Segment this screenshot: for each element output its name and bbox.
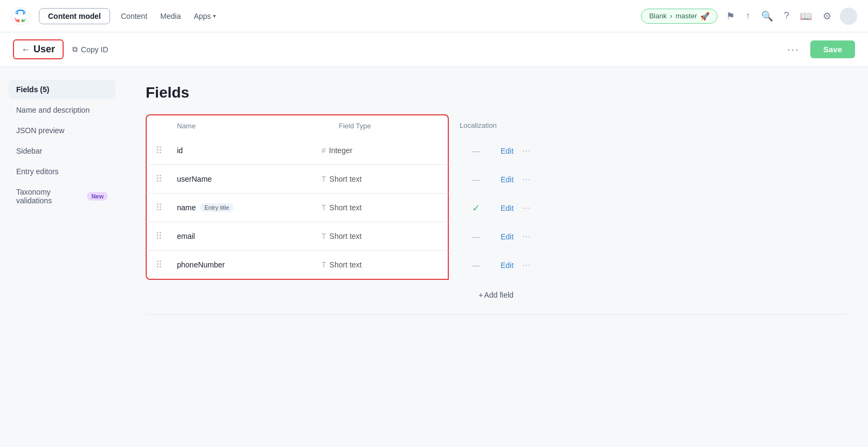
content-nav-item[interactable]: Content [119, 9, 149, 24]
text-icon: T [322, 203, 326, 212]
fields-title: Fields [146, 84, 846, 101]
search-icon[interactable]: 🔍 [759, 8, 775, 24]
content-model-nav-button[interactable]: Content model [39, 8, 110, 24]
table-header-row: Name Field Type Localization [146, 114, 846, 136]
more-options-phone[interactable]: ··· [522, 260, 531, 270]
back-arrow-icon: ← [22, 45, 30, 54]
flag-icon[interactable]: ⚑ [724, 8, 737, 24]
table-row: ⠿ email T Short text — Edit ··· [146, 222, 846, 251]
entry-title-badge: Entry title [200, 203, 234, 212]
localization-dash: — [460, 232, 492, 241]
localization-dash: — [460, 147, 492, 155]
contentful-logo [11, 6, 30, 26]
table-row: ⠿ phoneNumber T Short text — Edit ··· [146, 251, 846, 280]
top-nav: Content model Content Media Apps ▾ Blank… [0, 0, 868, 32]
table-row: ⠿ id # Integer — Edit ··· [146, 136, 846, 165]
add-field-button[interactable]: + Add field [146, 280, 846, 310]
field-name-name: name Entry title [177, 203, 322, 212]
more-options-button[interactable]: ··· [783, 41, 804, 58]
col-header-type: Field Type [339, 122, 439, 130]
field-type-username: T Short text [322, 175, 439, 183]
sidebar-item-fields[interactable]: Fields (5) [9, 80, 115, 99]
sub-header-left: ← User ⧉ Copy ID [13, 39, 113, 59]
save-button[interactable]: Save [810, 40, 855, 58]
field-type-email: T Short text [322, 232, 439, 240]
col-header-localization: Localization [460, 121, 497, 129]
sidebar-item-json-preview[interactable]: JSON preview [9, 121, 115, 140]
field-name-phone: phoneNumber [177, 260, 322, 269]
more-options-username[interactable]: ··· [522, 175, 531, 184]
more-options-id[interactable]: ··· [522, 146, 531, 156]
drag-handle-icon[interactable]: ⠿ [155, 145, 173, 156]
field-type-phone: T Short text [322, 260, 439, 269]
drag-handle-icon[interactable]: ⠿ [155, 230, 173, 242]
more-options-email[interactable]: ··· [522, 232, 531, 242]
copy-id-button[interactable]: ⧉ Copy ID [68, 43, 113, 56]
sub-header: ← User ⧉ Copy ID ··· Save [0, 32, 868, 67]
field-name-id: id [177, 146, 322, 155]
bottom-divider [146, 314, 846, 315]
rocket-icon: 🚀 [700, 12, 709, 20]
edit-button-id[interactable]: Edit [501, 147, 514, 155]
table-row: ⠿ name Entry title T Short text ✓ Edit [146, 194, 846, 222]
localization-dash: — [460, 175, 492, 184]
sidebar-item-taxonomy[interactable]: Taxonomy validations New [9, 182, 115, 210]
field-name-email: email [177, 232, 322, 240]
col-header-name: Name [177, 122, 339, 130]
settings-icon[interactable]: ⚙ [821, 8, 833, 24]
fields-section: Name Field Type Localization ⠿ id # Int [146, 114, 846, 315]
edit-button-name[interactable]: Edit [501, 204, 514, 212]
upload-icon[interactable]: ↑ [743, 8, 753, 24]
edit-button-username[interactable]: Edit [501, 175, 514, 184]
help-icon[interactable]: ? [782, 8, 791, 24]
localization-dash: — [460, 261, 492, 270]
avatar[interactable] [840, 8, 857, 25]
field-name-username: userName [177, 175, 322, 183]
field-type-id: # Integer [322, 146, 439, 155]
sub-header-right: ··· Save [783, 40, 855, 58]
copy-icon: ⧉ [72, 45, 78, 54]
back-button-box[interactable]: ← User [13, 39, 64, 59]
table-row: ⠿ userName T Short text — Edit ··· [146, 165, 846, 194]
new-badge: New [87, 192, 108, 201]
localization-check: ✓ [460, 202, 492, 214]
plus-icon: + [479, 291, 483, 299]
fields-table-area: Name Field Type Localization ⠿ id # Int [146, 114, 846, 315]
environment-badge[interactable]: Blank › master 🚀 [641, 9, 717, 24]
sidebar-item-entry-editors[interactable]: Entry editors [9, 162, 115, 181]
apps-dropdown-icon: ▾ [213, 13, 216, 19]
hash-icon: # [322, 146, 326, 155]
text-icon: T [322, 260, 326, 269]
book-icon[interactable]: 📖 [798, 8, 814, 24]
field-type-name: T Short text [322, 203, 439, 212]
nav-left: Content model Content Media Apps ▾ [11, 6, 218, 26]
sidebar-item-name-description[interactable]: Name and description [9, 100, 115, 120]
text-icon: T [322, 175, 326, 183]
page-title: User [33, 44, 55, 55]
nav-right: Blank › master 🚀 ⚑ ↑ 🔍 ? 📖 ⚙ [641, 8, 857, 25]
sidebar: Fields (5) Name and description JSON pre… [0, 67, 124, 447]
media-nav-item[interactable]: Media [158, 9, 183, 24]
edit-button-phone[interactable]: Edit [501, 261, 514, 270]
drag-handle-icon[interactable]: ⠿ [155, 173, 173, 185]
sidebar-item-sidebar[interactable]: Sidebar [9, 141, 115, 161]
drag-handle-icon[interactable]: ⠿ [155, 202, 173, 214]
edit-button-email[interactable]: Edit [501, 232, 514, 241]
more-options-name[interactable]: ··· [522, 203, 531, 213]
drag-handle-icon[interactable]: ⠿ [155, 259, 173, 271]
apps-nav-item[interactable]: Apps ▾ [192, 9, 218, 24]
main-content: Fields Name Field Type Localization [124, 67, 868, 447]
text-icon: T [322, 232, 326, 240]
main-layout: Fields (5) Name and description JSON pre… [0, 67, 868, 447]
